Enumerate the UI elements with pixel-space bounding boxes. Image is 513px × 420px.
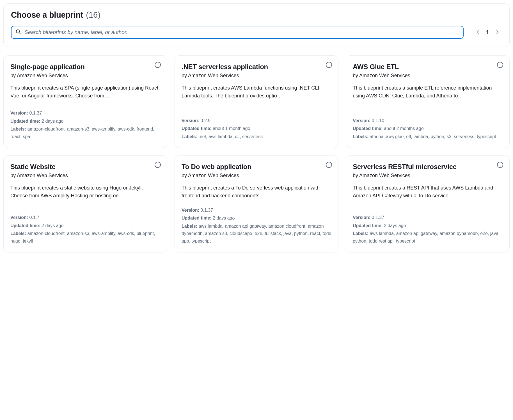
blueprint-author: by Amazon Web Services	[353, 73, 503, 79]
blueprint-description: This blueprint creates a sample ETL refe…	[353, 84, 503, 100]
labels-value: amazon-cloudfront, amazon-s3, aws-amplif…	[10, 231, 155, 243]
blueprint-description: This blueprint creates a SPA (single-pag…	[10, 84, 160, 100]
select-radio[interactable]	[155, 62, 161, 68]
result-count: (16)	[86, 10, 100, 20]
blueprint-meta: Version: 0.1.7 Updated time: 2 days ago …	[10, 214, 160, 245]
labels-label: Labels:	[182, 224, 197, 229]
select-radio[interactable]	[497, 162, 503, 168]
updated-label: Updated time:	[182, 126, 212, 131]
updated-label: Updated time:	[353, 126, 383, 131]
author-prefix: by	[182, 173, 187, 178]
blueprint-title: To Do web application	[182, 162, 331, 171]
blueprint-grid: Single-page application by Amazon Web Se…	[3, 55, 510, 252]
blueprint-author: by Amazon Web Services	[182, 173, 331, 179]
updated-value: 2 days ago	[213, 216, 235, 220]
blueprint-description: This blueprint creates AWS Lambda functi…	[182, 84, 331, 100]
blueprint-meta: Version: 0.1.37 Updated time: 2 days ago…	[182, 207, 331, 245]
author-prefix: by	[182, 73, 187, 78]
blueprint-description: This blueprint creates a REST API that u…	[353, 184, 503, 200]
blueprint-description: This blueprint creates a static website …	[10, 184, 160, 200]
blueprint-meta: Version: 0.1.37 Updated time: 2 days ago…	[10, 109, 160, 141]
page-title-row: Choose a blueprint (16)	[11, 10, 502, 20]
version-value: 0.1.37	[372, 215, 384, 220]
blueprint-card[interactable]: To Do web application by Amazon Web Serv…	[175, 155, 338, 252]
blueprint-card[interactable]: Static Website by Amazon Web Services Th…	[3, 155, 167, 252]
blueprint-title: Serverless RESTful microservice	[353, 162, 503, 171]
search-field[interactable]	[11, 26, 464, 39]
updated-value: 2 days ago	[42, 119, 63, 124]
labels-label: Labels:	[353, 134, 368, 139]
page-number: 1	[486, 29, 489, 36]
version-label: Version:	[182, 118, 199, 123]
blueprint-author: by Amazon Web Services	[182, 73, 331, 79]
blueprint-header-panel: Choose a blueprint (16) 1	[3, 3, 510, 47]
blueprint-title: .NET serverless application	[182, 62, 331, 71]
labels-label: Labels:	[10, 127, 26, 131]
version-label: Version:	[10, 215, 28, 220]
blueprint-author: by Amazon Web Services	[10, 73, 160, 79]
blueprint-title: Single-page application	[10, 62, 160, 71]
pagination: 1	[475, 29, 502, 36]
updated-value: about 1 month ago	[213, 126, 250, 131]
version-label: Version:	[353, 215, 370, 220]
search-icon	[15, 29, 21, 36]
version-label: Version:	[353, 118, 370, 123]
blueprint-card[interactable]: Single-page application by Amazon Web Se…	[3, 55, 167, 148]
version-value: 0.2.9	[201, 118, 211, 123]
labels-value: athena, aws glue, etl, lambda, python, s…	[370, 134, 496, 139]
updated-value: 2 days ago	[384, 223, 406, 228]
author-prefix: by	[353, 173, 358, 178]
blueprint-card[interactable]: .NET serverless application by Amazon We…	[175, 55, 338, 148]
labels-value: aws lambda, amazon api gateway, amazon d…	[353, 231, 500, 243]
labels-label: Labels:	[182, 134, 197, 139]
version-value: 0.1.10	[372, 118, 384, 123]
blueprint-meta: Version: 0.2.9 Updated time: about 1 mon…	[182, 117, 331, 141]
updated-value: about 2 months ago	[384, 126, 423, 131]
updated-label: Updated time:	[10, 119, 40, 124]
select-radio[interactable]	[326, 162, 332, 168]
version-value: 0.1.37	[201, 208, 213, 213]
select-radio[interactable]	[326, 62, 332, 68]
blueprint-title: AWS Glue ETL	[353, 62, 503, 71]
blueprint-meta: Version: 0.1.37 Updated time: 2 days ago…	[353, 214, 503, 245]
author-prefix: by	[353, 73, 358, 78]
labels-value: amazon-cloudfront, amazon-s3, aws-amplif…	[10, 127, 154, 139]
labels-label: Labels:	[353, 231, 368, 236]
chevron-left-icon	[475, 29, 481, 35]
chevron-right-icon	[494, 29, 500, 35]
blueprint-author: by Amazon Web Services	[10, 173, 160, 179]
prev-page-button[interactable]	[475, 29, 481, 35]
version-label: Version:	[182, 208, 199, 213]
version-value: 0.1.37	[29, 111, 42, 115]
page-title: Choose a blueprint	[11, 10, 83, 20]
blueprint-card[interactable]: Serverless RESTful microservice by Amazo…	[346, 155, 510, 252]
labels-label: Labels:	[10, 231, 26, 236]
search-input[interactable]	[24, 29, 459, 35]
labels-value: .net, aws lambda, c#, serverless	[198, 134, 263, 139]
next-page-button[interactable]	[494, 29, 500, 35]
labels-value: aws lambda, amazon api gateway, amazon c…	[182, 224, 331, 243]
updated-label: Updated time:	[182, 216, 212, 220]
updated-value: 2 days ago	[42, 223, 63, 228]
version-label: Version:	[10, 111, 28, 115]
author-prefix: by	[10, 173, 16, 178]
blueprint-meta: Version: 0.1.10 Updated time: about 2 mo…	[353, 117, 503, 141]
version-value: 0.1.7	[29, 215, 40, 220]
blueprint-author: by Amazon Web Services	[353, 173, 503, 179]
author-prefix: by	[10, 73, 16, 78]
blueprint-card[interactable]: AWS Glue ETL by Amazon Web Services This…	[346, 55, 510, 148]
select-radio[interactable]	[155, 162, 161, 168]
updated-label: Updated time:	[10, 223, 40, 228]
svg-line-1	[19, 33, 20, 34]
blueprint-description: This blueprint creates a To Do serverles…	[182, 184, 331, 200]
select-radio[interactable]	[497, 62, 503, 68]
updated-label: Updated time:	[353, 223, 383, 228]
blueprint-title: Static Website	[10, 162, 160, 171]
